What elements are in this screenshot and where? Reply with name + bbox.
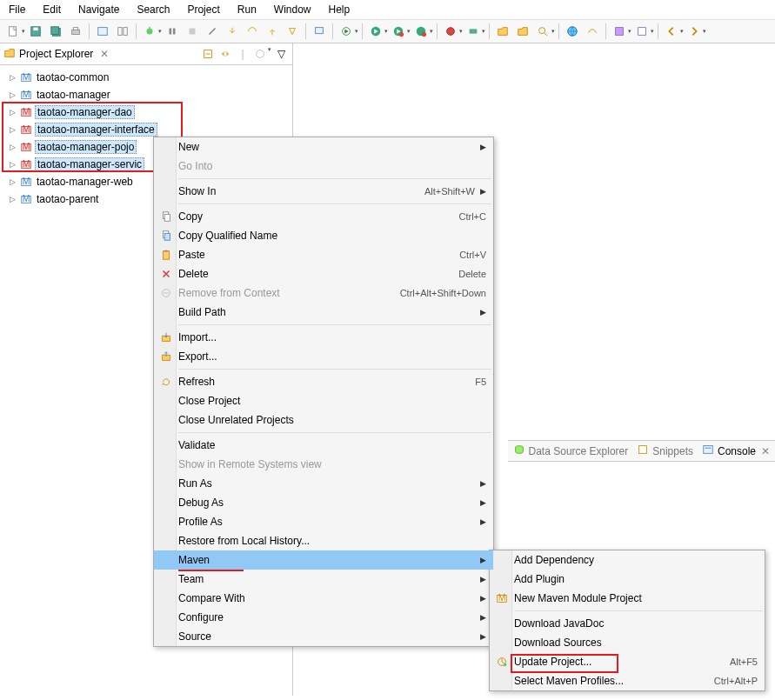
close-icon[interactable]: ✕ [100, 48, 109, 60]
run-as-button[interactable] [389, 22, 408, 41]
menu-item-copy-qualified-name[interactable]: Copy Qualified Name [154, 226, 493, 245]
menu-project[interactable]: Project [180, 2, 226, 17]
dropdown-arrow-icon[interactable]: ▾ [407, 28, 411, 35]
dropdown-arrow-icon[interactable]: ▾ [355, 28, 358, 35]
dropdown-arrow-icon[interactable]: ▾ [482, 28, 485, 35]
menu-item-maven[interactable]: Maven▶ [154, 550, 493, 570]
menu-item-restore-from-local-history[interactable]: Restore from Local History... [154, 531, 493, 550]
skip-breakpoints-button[interactable] [163, 22, 182, 41]
tab-data-source-explorer[interactable]: Data Source Explorer [513, 443, 629, 458]
view-menu-icon[interactable]: ▽ [273, 46, 289, 62]
menu-search[interactable]: Search [130, 2, 177, 17]
context-button[interactable] [632, 22, 651, 41]
open-resource-button[interactable] [493, 22, 512, 41]
menu-item-run-as[interactable]: Run As▶ [154, 474, 493, 493]
step-over-button[interactable] [243, 22, 262, 41]
new-server-button[interactable] [464, 22, 483, 41]
tab-console[interactable]: Console✕ [702, 443, 770, 458]
forward-button[interactable] [685, 22, 704, 41]
disconnect-button[interactable] [203, 22, 222, 41]
menu-item-source[interactable]: Source▶ [154, 627, 493, 646]
menu-item-select-maven-profiles[interactable]: Select Maven Profiles...Ctrl+Alt+P [490, 671, 765, 690]
collapse-all-icon[interactable] [200, 46, 216, 62]
menu-file[interactable]: File [2, 2, 32, 17]
menu-run[interactable]: Run [230, 2, 264, 17]
remote-systems-button[interactable] [310, 22, 329, 41]
tree-item-label[interactable]: taotao-manager-dao [35, 105, 135, 119]
debug-button[interactable] [140, 22, 159, 41]
menu-item-paste[interactable]: PasteCtrl+V [154, 245, 493, 264]
menu-item-import[interactable]: Import... [154, 328, 493, 347]
dropdown-arrow-icon[interactable]: ▾ [22, 28, 25, 35]
menu-item-show-in[interactable]: Show InAlt+Shift+W▶ [154, 182, 493, 201]
drop-frame-button[interactable] [283, 22, 302, 41]
dropdown-arrow-icon[interactable]: ▾ [680, 28, 684, 35]
step-into-button[interactable] [223, 22, 242, 41]
external-tools-button[interactable] [441, 22, 460, 41]
dropdown-arrow-icon[interactable]: ▾ [551, 28, 555, 35]
menu-item-new-maven-module-project[interactable]: MNew Maven Module Project [490, 589, 765, 608]
menu-item-new[interactable]: New▶ [154, 137, 493, 157]
task-list-button[interactable] [610, 22, 629, 41]
menu-item-label: Close Project [178, 395, 486, 407]
menu-item-configure[interactable]: Configure▶ [154, 608, 493, 627]
start-server-button[interactable] [337, 22, 356, 41]
menu-item-add-plugin[interactable]: Add Plugin [490, 570, 765, 589]
link-selection-button[interactable] [113, 22, 132, 41]
menu-item-debug-as[interactable]: Debug As▶ [154, 493, 493, 512]
menu-item-download-javadoc[interactable]: Download JavaDoc [490, 614, 765, 633]
menu-item-download-sources[interactable]: Download Sources [490, 633, 765, 652]
tree-item-label[interactable]: taotao-manager-interface [35, 123, 157, 137]
save-button[interactable] [26, 22, 45, 41]
menu-item-refresh[interactable]: RefreshF5 [154, 372, 493, 391]
dropdown-arrow-icon[interactable]: ▾ [158, 28, 162, 35]
menu-navigate[interactable]: Navigate [71, 2, 126, 17]
dropdown-arrow-icon[interactable]: ▾ [459, 28, 463, 35]
tree-item-label[interactable]: taotao-manager [35, 89, 112, 101]
close-icon[interactable]: ✕ [761, 445, 770, 457]
link-editor-icon[interactable] [217, 46, 233, 62]
dropdown-arrow-icon[interactable]: ▾ [430, 28, 433, 35]
debug-as-button[interactable] [366, 22, 385, 41]
web-browser-button[interactable] [563, 22, 582, 41]
new-button[interactable] [3, 22, 23, 41]
save-all-button[interactable] [46, 22, 65, 41]
tab-snippets[interactable]: Snippets [637, 443, 693, 458]
print-button[interactable] [66, 22, 85, 41]
menu-separator [514, 610, 763, 611]
dropdown-arrow-icon[interactable]: ▾ [703, 28, 706, 35]
tree-item-label[interactable]: taotao-parent [35, 193, 100, 205]
tree-item-label[interactable]: taotao-manager-web [35, 176, 135, 188]
tree-item-label[interactable]: taotao-common [35, 71, 110, 83]
menu-item-validate[interactable]: Validate [154, 436, 493, 455]
toggle-breadcrumb-button[interactable] [93, 22, 112, 41]
tree-item-label[interactable]: taotao-manager-pojo [35, 140, 137, 154]
menu-item-delete[interactable]: DeleteDelete [154, 264, 493, 283]
open-project-button[interactable] [513, 22, 532, 41]
tomcat-button[interactable] [583, 22, 602, 41]
menu-edit[interactable]: Edit [36, 2, 68, 17]
focus-task-icon[interactable] [252, 46, 268, 62]
menu-item-build-path[interactable]: Build Path▶ [154, 303, 493, 322]
menu-item-copy[interactable]: CopyCtrl+C [154, 207, 493, 226]
step-return-button[interactable] [263, 22, 282, 41]
menu-item-export[interactable]: Export... [154, 347, 493, 366]
search-button[interactable] [533, 22, 552, 41]
menu-item-team[interactable]: Team▶ [154, 570, 493, 589]
menu-item-profile-as[interactable]: Profile As▶ [154, 512, 493, 531]
menu-item-close-project[interactable]: Close Project [154, 391, 493, 410]
profile-as-button[interactable] [411, 22, 431, 41]
menu-item-update-project[interactable]: Update Project...Alt+F5 [490, 652, 765, 671]
menu-item-close-unrelated-projects[interactable]: Close Unrelated Projects [154, 410, 493, 430]
dropdown-arrow-icon[interactable]: ▾ [268, 46, 271, 62]
tree-item-label[interactable]: taotao-manager-servic [35, 157, 144, 171]
dropdown-arrow-icon[interactable]: ▾ [628, 28, 631, 35]
stop-button[interactable] [183, 22, 202, 41]
menu-window[interactable]: Window [267, 2, 318, 17]
dropdown-arrow-icon[interactable]: ▾ [651, 28, 654, 35]
menu-item-add-dependency[interactable]: Add Dependency [490, 550, 765, 570]
dropdown-arrow-icon[interactable]: ▾ [384, 28, 388, 35]
back-button[interactable] [662, 22, 681, 41]
menu-help[interactable]: Help [322, 2, 357, 17]
menu-item-compare-with[interactable]: Compare With▶ [154, 589, 493, 608]
